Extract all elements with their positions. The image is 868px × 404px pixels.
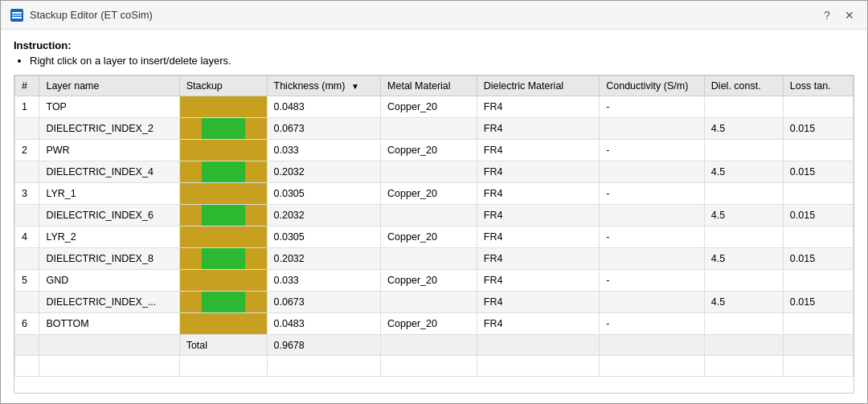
table-row[interactable]: DIELECTRIC_INDEX_80.2032FR44.50.015 xyxy=(15,248,854,270)
cell-diel-const: 4.5 xyxy=(704,118,783,140)
cell-stackup xyxy=(179,270,267,292)
cell-diel-const: 4.5 xyxy=(704,161,783,183)
cell-loss-tan xyxy=(783,270,853,292)
swatch-yellow xyxy=(180,270,267,291)
cell-dielectric-material: FR4 xyxy=(477,313,599,335)
swatch-yellow xyxy=(180,313,267,334)
empty-cell-8 xyxy=(783,356,853,377)
instruction-list: Right click on a layer to insert/delete … xyxy=(30,55,854,67)
empty-cell-0 xyxy=(15,356,39,377)
cell-thickness: 0.033 xyxy=(267,140,381,161)
cell-num: 6 xyxy=(15,313,39,335)
cell-conductivity xyxy=(600,118,705,140)
cell-diel-const xyxy=(704,96,783,118)
cell-dielectric-material: FR4 xyxy=(477,118,599,140)
cell-loss-tan xyxy=(783,183,853,205)
cell-num xyxy=(15,248,39,270)
cell-layer-name: DIELECTRIC_INDEX_... xyxy=(39,292,179,313)
title-bar: Stackup Editor (ET coSim) ? ✕ xyxy=(1,1,867,30)
cell-num: 1 xyxy=(15,96,39,118)
table-row[interactable]: 3LYR_10.0305Copper_20FR4- xyxy=(15,183,854,205)
stackup-table-container[interactable]: # Layer name Stackup Thickness (mm) ▼ Me… xyxy=(14,75,854,394)
table-row[interactable]: DIELECTRIC_INDEX_20.0673FR44.50.015 xyxy=(15,118,854,140)
instruction-title: Instruction: xyxy=(14,39,854,51)
cell-metal-material xyxy=(381,118,477,140)
swatch-green xyxy=(202,292,245,312)
cell-diel-const: 4.5 xyxy=(704,292,783,313)
cell-loss-tan: 0.015 xyxy=(783,118,853,140)
swatch-green xyxy=(202,205,245,226)
cell-dielectric-material: FR4 xyxy=(477,140,599,161)
cell-stackup xyxy=(179,226,267,248)
cell-metal-material xyxy=(381,292,477,313)
cell-layer-name: LYR_2 xyxy=(39,226,179,248)
cell-metal-material xyxy=(381,248,477,270)
cell-loss-tan: 0.015 xyxy=(783,205,853,226)
cell-layer-name: DIELECTRIC_INDEX_4 xyxy=(39,161,179,183)
cell-loss-tan: 0.015 xyxy=(783,161,853,183)
cell-dielectric-material: FR4 xyxy=(477,248,599,270)
total-label: Total xyxy=(179,335,267,356)
stackup-table: # Layer name Stackup Thickness (mm) ▼ Me… xyxy=(14,75,854,377)
total-value: 0.9678 xyxy=(267,335,381,356)
cell-thickness: 0.2032 xyxy=(267,161,381,183)
cell-num xyxy=(15,161,39,183)
col-header-conductivity: Conductivity (S/m) xyxy=(600,76,705,96)
cell-metal-material: Copper_20 xyxy=(381,140,477,161)
col-header-thickness[interactable]: Thickness (mm) ▼ xyxy=(267,76,381,96)
empty-cell-6 xyxy=(600,356,705,377)
empty-cell-7 xyxy=(704,356,783,377)
cell-stackup xyxy=(179,248,267,270)
cell-dielectric-material: FR4 xyxy=(477,292,599,313)
cell-stackup xyxy=(179,183,267,205)
cell-conductivity xyxy=(600,292,705,313)
close-button[interactable]: ✕ xyxy=(841,9,858,22)
table-row[interactable]: 4LYR_20.0305Copper_20FR4- xyxy=(15,226,854,248)
swatch-green xyxy=(202,161,245,182)
table-row[interactable]: 5GND0.033Copper_20FR4- xyxy=(15,270,854,292)
col-header-metal-material: Metal Material xyxy=(381,76,477,96)
table-row[interactable]: DIELECTRIC_INDEX_40.2032FR44.50.015 xyxy=(15,161,854,183)
cell-metal-material xyxy=(381,161,477,183)
total-empty-2 xyxy=(600,335,705,356)
table-row[interactable]: DIELECTRIC_INDEX_60.2032FR44.50.015 xyxy=(15,205,854,226)
cell-thickness: 0.0305 xyxy=(267,226,381,248)
cell-stackup xyxy=(179,161,267,183)
table-row[interactable]: 1TOP0.0483Copper_20FR4- xyxy=(15,96,854,118)
cell-conductivity: - xyxy=(600,270,705,292)
cell-thickness: 0.0483 xyxy=(267,313,381,335)
cell-conductivity: - xyxy=(600,140,705,161)
cell-dielectric-material: FR4 xyxy=(477,183,599,205)
cell-thickness: 0.033 xyxy=(267,270,381,292)
cell-dielectric-material: FR4 xyxy=(477,270,599,292)
swatch-yellow xyxy=(180,96,267,117)
cell-layer-name: PWR xyxy=(39,140,179,161)
title-bar-controls: ? ✕ xyxy=(819,9,858,22)
cell-conductivity: - xyxy=(600,313,705,335)
table-row[interactable]: 2PWR0.033Copper_20FR4- xyxy=(15,140,854,161)
cell-diel-const: 4.5 xyxy=(704,205,783,226)
help-button[interactable]: ? xyxy=(819,9,835,22)
cell-thickness: 0.2032 xyxy=(267,205,381,226)
swatch-yellow-left xyxy=(180,161,202,182)
cell-metal-material: Copper_20 xyxy=(381,96,477,118)
content-area: Instruction: Right click on a layer to i… xyxy=(1,30,867,403)
title-bar-left: Stackup Editor (ET coSim) xyxy=(10,9,153,22)
cell-conductivity xyxy=(600,205,705,226)
cell-stackup xyxy=(179,118,267,140)
svg-rect-1 xyxy=(12,12,22,14)
swatch-yellow-right xyxy=(245,292,267,312)
cell-layer-name: GND xyxy=(39,270,179,292)
swatch-green xyxy=(202,118,245,139)
cell-dielectric-material: FR4 xyxy=(477,226,599,248)
app-icon xyxy=(10,9,23,22)
table-row[interactable]: DIELECTRIC_INDEX_...0.0673FR44.50.015 xyxy=(15,292,854,313)
total-empty-1 xyxy=(477,335,599,356)
cell-conductivity xyxy=(600,248,705,270)
total-empty-4 xyxy=(783,335,853,356)
table-row[interactable]: 6BOTTOM0.0483Copper_20FR4- xyxy=(15,313,854,335)
cell-metal-material: Copper_20 xyxy=(381,226,477,248)
total-empty-3 xyxy=(704,335,783,356)
col-header-dielectric-material: Dielectric Material xyxy=(477,76,599,96)
svg-rect-3 xyxy=(12,17,22,18)
